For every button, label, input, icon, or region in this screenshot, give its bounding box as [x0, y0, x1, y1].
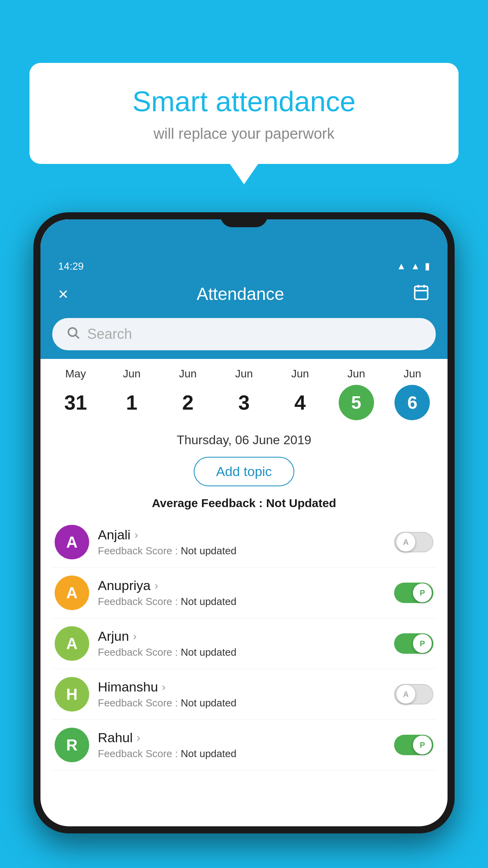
calendar-day[interactable]: Jun3 — [220, 368, 268, 420]
avatar: A — [55, 525, 89, 559]
feedback-score: Feedback Score : Not updated — [98, 697, 385, 709]
attendance-toggle[interactable]: A — [394, 684, 433, 704]
cal-date-number: 31 — [58, 385, 93, 420]
status-icons: ▲ ▲ ▮ — [396, 261, 430, 272]
signal-icon: ▲ — [411, 261, 420, 272]
student-item[interactable]: RRahul›Feedback Score : Not updatedP — [51, 720, 437, 771]
avatar: R — [55, 728, 89, 762]
toggle-thumb: A — [396, 533, 415, 552]
svg-line-5 — [76, 335, 79, 338]
search-icon — [66, 326, 80, 343]
attendance-toggle[interactable]: P — [394, 583, 433, 603]
phone-screen: 14:29 ▲ ▲ ▮ × Attendance — [40, 219, 448, 826]
student-info: Himanshu›Feedback Score : Not updated — [98, 679, 385, 709]
feedback-score: Feedback Score : Not updated — [98, 646, 385, 658]
chevron-icon: › — [133, 630, 136, 643]
calendar-strip: May31Jun1Jun2Jun3Jun4Jun5Jun6 — [40, 359, 448, 424]
svg-rect-0 — [415, 286, 427, 299]
add-topic-wrap: Add topic — [40, 453, 448, 493]
cal-date-number: 5 — [339, 385, 374, 420]
selected-date: Thursday, 06 June 2019 — [40, 424, 448, 453]
cal-date-number: 4 — [283, 385, 318, 420]
phone-outer: 14:29 ▲ ▲ ▮ × Attendance — [33, 212, 455, 833]
student-name: Anjali› — [98, 527, 385, 542]
svg-point-4 — [68, 328, 77, 336]
feedback-label: Average Feedback : — [152, 497, 266, 509]
toggle-thumb: A — [396, 685, 415, 704]
app-title: Attendance — [197, 284, 284, 304]
cal-date-number: 1 — [114, 385, 149, 420]
calendar-day[interactable]: Jun4 — [277, 368, 324, 420]
avatar: A — [55, 576, 89, 610]
cal-month-label: Jun — [291, 368, 309, 380]
student-item[interactable]: AAnjali›Feedback Score : Not updatedA — [51, 517, 437, 568]
attendance-toggle[interactable]: A — [394, 532, 433, 552]
cal-month-label: May — [65, 368, 86, 380]
close-button[interactable]: × — [58, 284, 68, 304]
cal-date-number: 2 — [170, 385, 205, 420]
status-time: 14:29 — [58, 260, 84, 272]
toggle-thumb: P — [413, 583, 432, 602]
student-name: Rahul› — [98, 730, 385, 745]
wifi-icon: ▲ — [396, 261, 406, 272]
toggle-thumb: P — [413, 634, 432, 653]
student-info: Arjun›Feedback Score : Not updated — [98, 629, 385, 658]
feedback-info: Average Feedback : Not Updated — [40, 493, 448, 517]
cal-date-number: 6 — [394, 385, 430, 420]
calendar-day[interactable]: Jun6 — [389, 368, 436, 420]
student-name: Anupriya› — [98, 578, 385, 593]
attendance-toggle[interactable]: P — [394, 735, 433, 755]
cal-month-label: Jun — [404, 368, 421, 380]
student-name: Arjun› — [98, 629, 385, 644]
phone-wrapper: 14:29 ▲ ▲ ▮ × Attendance — [33, 212, 455, 868]
bubble-title: Smart attendance — [53, 85, 435, 118]
cal-month-label: Jun — [235, 368, 253, 380]
chevron-icon: › — [134, 529, 138, 541]
calendar-day[interactable]: Jun1 — [108, 368, 155, 420]
battery-icon: ▮ — [425, 261, 430, 272]
cal-date-number: 3 — [226, 385, 262, 420]
calendar-day[interactable]: May31 — [52, 368, 99, 420]
toggle-thumb: P — [413, 736, 432, 754]
bubble-subtitle: will replace your paperwork — [53, 125, 435, 142]
student-info: Anupriya›Feedback Score : Not updated — [98, 578, 385, 608]
student-info: Rahul›Feedback Score : Not updated — [98, 730, 385, 760]
student-item[interactable]: AAnupriya›Feedback Score : Not updatedP — [51, 568, 437, 618]
attendance-toggle[interactable]: P — [394, 633, 433, 654]
header-section: 14:29 ▲ ▲ ▮ × Attendance — [40, 219, 448, 359]
search-container: Search — [40, 313, 448, 359]
avatar: H — [55, 677, 89, 712]
avatar: A — [55, 626, 89, 661]
student-item[interactable]: AArjun›Feedback Score : Not updatedP — [51, 618, 437, 669]
phone-notch — [220, 212, 268, 227]
feedback-score: Feedback Score : Not updated — [98, 545, 385, 557]
cal-month-label: Jun — [123, 368, 141, 380]
student-item[interactable]: HHimanshu›Feedback Score : Not updatedA — [51, 669, 437, 720]
app-bar: × Attendance — [40, 276, 448, 313]
calendar-day[interactable]: Jun2 — [164, 368, 211, 420]
calendar-icon[interactable] — [413, 283, 430, 305]
speech-bubble: Smart attendance will replace your paper… — [29, 63, 459, 164]
add-topic-button[interactable]: Add topic — [194, 457, 294, 486]
cal-month-label: Jun — [347, 368, 365, 380]
search-bar[interactable]: Search — [52, 318, 436, 350]
chevron-icon: › — [162, 681, 165, 693]
app-background: Smart attendance will replace your paper… — [0, 0, 488, 868]
search-placeholder: Search — [87, 326, 132, 342]
feedback-value: Not Updated — [266, 497, 336, 509]
student-list: AAnjali›Feedback Score : Not updatedAAAn… — [40, 517, 448, 771]
feedback-score: Feedback Score : Not updated — [98, 596, 385, 608]
student-info: Anjali›Feedback Score : Not updated — [98, 527, 385, 557]
student-name: Himanshu› — [98, 679, 385, 695]
calendar-day[interactable]: Jun5 — [333, 368, 380, 420]
chevron-icon: › — [154, 579, 158, 592]
feedback-score: Feedback Score : Not updated — [98, 748, 385, 760]
cal-month-label: Jun — [179, 368, 197, 380]
chevron-icon: › — [137, 732, 140, 744]
